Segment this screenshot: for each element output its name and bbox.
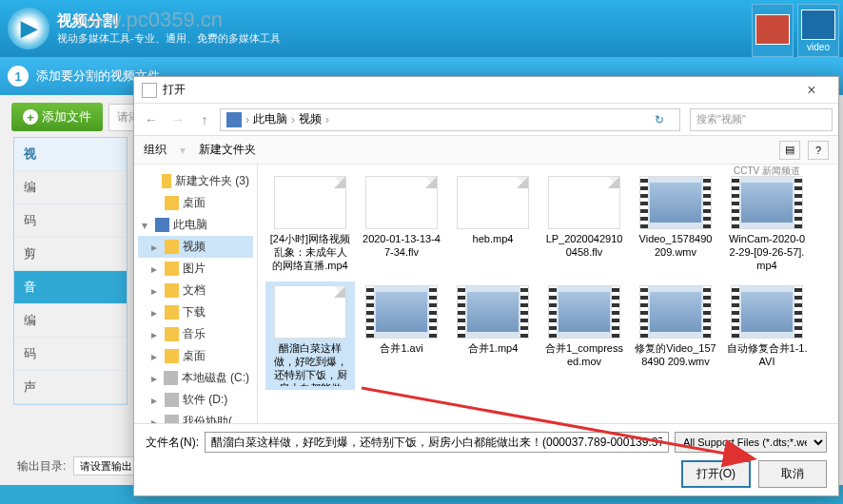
tree-item[interactable]: ▸音乐 (138, 323, 253, 345)
file-name: 修复的Video_1578490 209.wmv (635, 342, 716, 369)
file-thumbnail (457, 285, 529, 339)
file-thumbnail (548, 285, 620, 339)
file-thumbnail (548, 176, 620, 229)
app-subtitle: 视动多媒体工具-专业、通用、免费的多媒体工具 (57, 31, 281, 46)
file-name: 2020-01-13-13-47-34.flv (361, 233, 442, 260)
file-item[interactable]: 醋溜白菜这样做，好吃到爆，还特别下饭，厨房小白都能做出... (265, 281, 355, 390)
breadcrumb-pc[interactable]: 此电脑 (253, 111, 287, 127)
folder-icon (165, 305, 179, 320)
right-shortcut-video[interactable]: video (797, 4, 839, 57)
pc-icon (226, 112, 242, 127)
tree-item[interactable]: 桌面 (138, 192, 253, 214)
side-tab-5[interactable]: 码 (14, 338, 127, 371)
file-name: LP_2020042910 0458.flv (543, 233, 625, 260)
file-item[interactable]: WinCam-2020-02-29-[09-26-57].mp4 (722, 172, 812, 276)
nav-forward-icon[interactable]: → (167, 108, 189, 131)
file-name: 合并1_compressed.mov (543, 342, 625, 369)
file-item[interactable]: 2020-01-13-13-47-34.flv (357, 172, 446, 276)
search-input[interactable]: 搜索"视频" (690, 108, 833, 131)
folder-icon (165, 327, 179, 341)
tree-item[interactable]: ▸文档 (138, 280, 253, 301)
file-type-filter[interactable]: All Support Files (*.dts;*.web (675, 432, 827, 453)
folder-icon (162, 174, 171, 188)
add-file-button[interactable]: 添加文件 (11, 103, 103, 131)
side-tab-4[interactable]: 编 (14, 304, 127, 338)
side-tab-6[interactable]: 声 (14, 371, 127, 404)
drive-icon (164, 371, 177, 385)
file-grid[interactable]: CCTV 新闻频道 [24小时]网络视频乱象：未成年人的网络直播.mp42020… (258, 165, 838, 423)
filename-label: 文件名(N): (146, 435, 199, 451)
file-name: 合并1.avi (380, 342, 422, 356)
tree-item[interactable]: ▾此电脑 (138, 214, 253, 236)
dialog-titlebar: 打开 × (134, 77, 838, 104)
pc-icon (155, 218, 169, 232)
file-item[interactable]: [24小时]网络视频乱象：未成年人的网络直播.mp4 (265, 172, 355, 276)
side-tab-1[interactable]: 编 (14, 171, 127, 204)
output-label: 输出目录: (17, 458, 66, 475)
file-item[interactable]: 合并1_compressed.mov (539, 281, 629, 390)
file-thumbnail (457, 176, 529, 229)
close-icon[interactable]: × (793, 82, 831, 99)
tree-item[interactable]: 新建文件夹 (3) (138, 170, 253, 192)
folder-icon (165, 283, 179, 298)
file-item[interactable]: 合并1.avi (357, 281, 446, 390)
file-name: [24小时]网络视频乱象：未成年人的网络直播.mp4 (269, 233, 351, 272)
app-header: ▶ 视频分割 视动多媒体工具-专业、通用、免费的多媒体工具 (0, 0, 843, 57)
tree-item[interactable]: ▸软件 (D:) (138, 389, 253, 411)
refresh-icon[interactable]: ↻ (655, 113, 674, 126)
tree-item[interactable]: ▸图片 (138, 258, 253, 280)
app-title: 视频分割 (57, 11, 281, 31)
file-item[interactable]: Video_1578490 209.wmv (631, 172, 720, 276)
file-item[interactable]: LP_2020042910 0458.flv (539, 172, 629, 276)
nav-back-icon[interactable]: ← (140, 108, 163, 131)
file-name: heb.mp4 (473, 233, 514, 246)
file-name: 醋溜白菜这样做，好吃到爆，还特别下饭，厨房小白都能做出... (269, 342, 351, 386)
folder-tree[interactable]: 新建文件夹 (3)桌面▾此电脑▸视频▸图片▸文档▸下载▸音乐▸桌面▸本地磁盘 (… (134, 165, 258, 423)
file-thumbnail (274, 176, 346, 229)
nav-up-icon[interactable]: ↑ (193, 108, 216, 131)
side-tab-video-header[interactable]: 视 (14, 138, 127, 171)
file-item[interactable]: 合并1.mp4 (448, 281, 538, 390)
right-shortcut-red[interactable] (752, 4, 794, 57)
file-name: 自动修复合并1-1.AVI (726, 342, 808, 369)
organize-menu[interactable]: 组织 (144, 142, 167, 158)
filename-input[interactable] (205, 432, 669, 453)
folder-icon (165, 196, 179, 210)
dialog-icon (142, 83, 157, 98)
side-tabs: 视 编 码 剪 音 编 码 声 (13, 137, 127, 405)
side-tab-audio-header[interactable]: 音 (14, 271, 127, 304)
breadcrumb[interactable]: › 此电脑 › 视频 › ↻ (220, 108, 680, 131)
file-item[interactable]: 修复的Video_1578490 209.wmv (631, 281, 720, 390)
folder-icon (165, 262, 179, 276)
side-tab-2[interactable]: 码 (14, 204, 127, 238)
tree-item[interactable]: ▸本地磁盘 (C:) (138, 367, 253, 389)
help-icon[interactable]: ? (808, 141, 829, 160)
tree-item[interactable]: ▸视频 (138, 236, 253, 258)
tree-item[interactable]: ▸桌面 (138, 345, 253, 367)
file-thumbnail (365, 176, 438, 229)
file-name: 合并1.mp4 (468, 342, 519, 356)
file-thumbnail (274, 285, 346, 339)
file-thumbnail (731, 176, 803, 229)
step-number: 1 (8, 66, 29, 87)
drive-icon (165, 393, 179, 407)
view-mode-icon[interactable]: ▤ (779, 141, 800, 160)
breadcrumb-folder[interactable]: 视频 (299, 111, 322, 127)
file-item[interactable]: 自动修复合并1-1.AVI (722, 281, 812, 390)
tree-item[interactable]: ▸我份协助( (138, 411, 253, 423)
folder-icon (165, 349, 179, 363)
side-tab-3[interactable]: 剪 (14, 238, 127, 271)
file-name: WinCam-2020-02-29-[09-26-57].mp4 (726, 233, 808, 272)
open-button[interactable]: 打开(O) (681, 460, 751, 488)
file-thumbnail (639, 176, 712, 229)
new-folder-button[interactable]: 新建文件夹 (199, 142, 256, 158)
file-open-dialog: 打开 × ← → ↑ › 此电脑 › 视频 › ↻ 搜索"视频" 组织 ▾ 新建… (133, 76, 839, 496)
folder-icon (165, 240, 179, 254)
tree-item[interactable]: ▸下载 (138, 301, 253, 323)
file-thumbnail (639, 285, 712, 339)
file-name: Video_1578490 209.wmv (635, 233, 716, 260)
file-thumbnail (365, 285, 438, 339)
cancel-button[interactable]: 取消 (758, 460, 827, 488)
file-item[interactable]: heb.mp4 (448, 172, 538, 276)
drive-icon (165, 415, 179, 423)
